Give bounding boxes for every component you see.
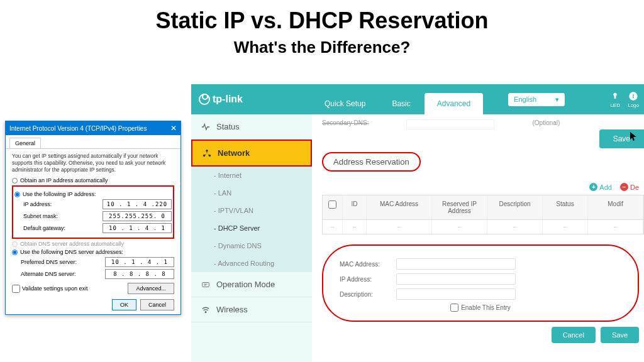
form-desc-input[interactable] (396, 288, 516, 300)
ipv4-properties-dialog: Internet Protocol Version 4 (TCP/IPv4) P… (5, 121, 181, 315)
form-desc-label: Description: (340, 291, 396, 298)
tab-quick-setup[interactable]: Quick Setup (312, 93, 378, 114)
reservation-form: MAC Address: IP Address: Description: En… (322, 244, 639, 322)
close-icon[interactable]: ✕ (170, 124, 177, 133)
form-ip-input[interactable] (396, 273, 516, 285)
content-panel: Secondary DNS: (Optional) Save Address R… (312, 114, 644, 362)
ip-address-input[interactable]: 10 . 1 . 4 .220 (103, 199, 172, 209)
add-button[interactable]: +Add (589, 183, 612, 191)
col-ip: Reserved IP Address (432, 195, 487, 219)
alt-dns-label: Alternate DNS server: (21, 271, 76, 277)
sidebar-sub-iptv[interactable]: - IPTV/VLAN (191, 202, 312, 219)
tab-advanced[interactable]: Advanced (425, 93, 483, 114)
svg-rect-5 (203, 282, 209, 287)
gateway-label: Default gateway: (23, 225, 65, 231)
ok-button[interactable]: OK (112, 299, 136, 310)
ip-address-label: IP address: (23, 201, 52, 207)
sidebar-sub-routing[interactable]: - Advanced Routing (191, 255, 312, 272)
language-select[interactable]: English ▾ (508, 93, 565, 106)
sidebar-sub-internet[interactable]: - Internet (191, 167, 312, 184)
tab-general[interactable]: General (9, 138, 41, 148)
logo-icon (199, 94, 210, 105)
sidebar-item-network[interactable]: Network (191, 140, 312, 167)
chevron-down-icon: ▾ (555, 96, 559, 104)
secondary-dns-input[interactable] (406, 119, 494, 129)
validate-checkbox[interactable]: Validate settings upon exit (12, 285, 87, 293)
col-desc: Description (487, 195, 543, 219)
cancel-button[interactable]: Cancel (140, 299, 174, 310)
radio-obtain-ip-auto[interactable]: Obtain an IP address automatically (12, 177, 174, 184)
enable-entry-checkbox[interactable]: Enable This Entry (340, 304, 621, 312)
manual-ip-group: Use the following IP address: IP address… (12, 185, 174, 239)
sidebar-sub-lan[interactable]: - LAN (191, 184, 312, 202)
subnet-mask-label: Subnet mask: (23, 213, 58, 219)
optional-hint: (Optional) (532, 119, 560, 129)
router-header: tp-link Quick Setup Basic Advanced Engli… (191, 84, 644, 114)
svg-rect-1 (614, 96, 616, 99)
select-all-checkbox[interactable] (328, 200, 336, 209)
col-modify: Modif (588, 195, 643, 219)
page-subtitle: What's the Difference? (0, 38, 644, 57)
sidebar-sub-ddns[interactable]: - Dynamic DNS (191, 237, 312, 255)
section-address-reservation: Address Reservation (322, 152, 421, 172)
delete-button[interactable]: −De (620, 183, 639, 191)
reservation-table: ID MAC Address Reserved IP Address Descr… (322, 195, 644, 234)
led-icon[interactable]: LED (610, 91, 620, 108)
network-icon (203, 149, 211, 158)
router-admin: tp-link Quick Setup Basic Advanced Engli… (191, 84, 644, 362)
form-mac-input[interactable] (396, 258, 516, 270)
pref-dns-input[interactable]: 10 . 1 . 4 . 1 (105, 257, 174, 267)
logout-icon[interactable]: Logo (628, 91, 639, 108)
col-status: Status (543, 195, 588, 219)
sidebar: Status Network - Internet - LAN - IPTV/V… (191, 114, 312, 362)
wifi-icon (201, 305, 210, 314)
svg-point-6 (205, 311, 206, 312)
cursor-icon (630, 132, 638, 142)
pulse-icon (201, 123, 210, 131)
svg-point-2 (206, 149, 208, 151)
sidebar-item-status[interactable]: Status (191, 114, 312, 140)
pref-dns-label: Preferred DNS server: (21, 259, 77, 265)
sidebar-sub-dhcp[interactable]: - DHCP Server (191, 219, 312, 237)
col-id: ID (343, 195, 367, 219)
advanced-button[interactable]: Advanced... (128, 283, 174, 294)
alt-dns-input[interactable]: 8 . 8 . 8 . 8 (105, 269, 174, 279)
form-ip-label: IP Address: (340, 276, 396, 283)
subnet-mask-input[interactable]: 255.255.255. 0 (103, 211, 172, 221)
secondary-dns-label: Secondary DNS: (322, 119, 369, 129)
radio-use-dns[interactable]: Use the following DNS server addresses: (12, 249, 174, 255)
page-title: Static IP vs. DHCP Reservation (0, 8, 644, 34)
gear-icon (201, 280, 210, 289)
col-mac: MAC Address (367, 195, 432, 219)
radio-obtain-dns-auto: Obtain DNS server address automatically (12, 241, 174, 247)
dialog-description: You can get IP settings assigned automat… (12, 153, 174, 173)
gateway-input[interactable]: 10 . 1 . 4 . 1 (103, 223, 172, 233)
sidebar-item-opmode[interactable]: Operation Mode (191, 272, 312, 297)
form-save-button[interactable]: Save (601, 327, 639, 343)
radio-use-ip[interactable]: Use the following IP address: (14, 191, 172, 197)
tplink-logo: tp-link (199, 94, 312, 105)
dialog-title: Internet Protocol Version 4 (TCP/IPv4) P… (9, 125, 147, 132)
sidebar-item-wireless[interactable]: Wireless (191, 297, 312, 322)
plus-icon: + (589, 183, 597, 191)
form-cancel-button[interactable]: Cancel (552, 327, 596, 343)
dialog-titlebar[interactable]: Internet Protocol Version 4 (TCP/IPv4) P… (6, 121, 180, 135)
minus-icon: − (620, 183, 628, 191)
tab-basic[interactable]: Basic (379, 93, 423, 114)
form-mac-label: MAC Address: (340, 261, 396, 268)
svg-point-0 (614, 92, 617, 96)
